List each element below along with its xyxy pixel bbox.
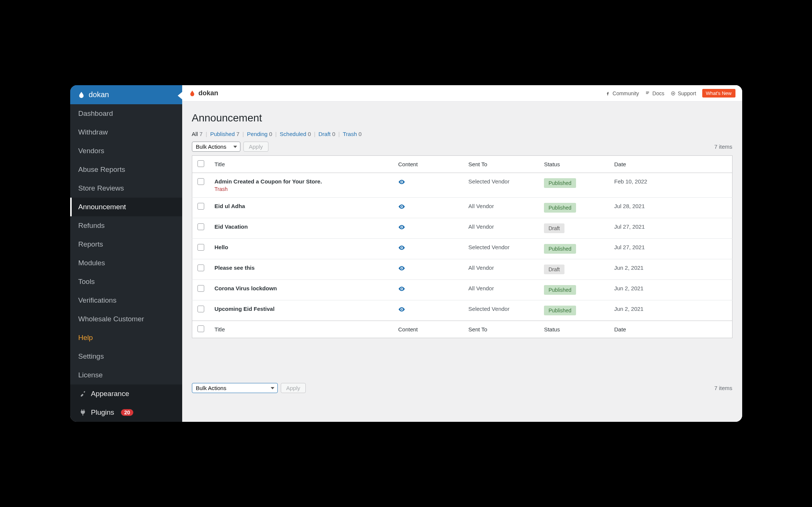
bulk-actions-select[interactable]: Bulk Actions [192,142,240,152]
row-title[interactable]: Corona Virus lockdown [215,285,277,291]
row-title[interactable]: Admin Created a Coupon for Your Store. [215,178,322,185]
row-title[interactable]: Eid Vacation [215,223,248,230]
filter-trash[interactable]: Trash 0 [343,131,361,137]
eye-icon[interactable] [398,244,405,251]
sidebar-item-vendors[interactable]: Vendors [70,142,182,160]
col-sent-to-footer: Sent To [463,321,539,338]
sidebar-item-help[interactable]: Help [70,328,182,347]
eye-icon[interactable] [398,285,405,293]
filter-pending[interactable]: Pending 0 [247,131,273,137]
sidebar-item-announcement[interactable]: Announcement [70,198,182,216]
row-checkbox[interactable] [197,265,204,271]
col-sent-to: Sent To [463,156,539,173]
eye-icon[interactable] [398,306,405,313]
sidebar-item-wholesale-customer[interactable]: Wholesale Customer [70,310,182,328]
row-date: Feb 10, 2022 [609,173,732,198]
sidebar-item-label: Store Reviews [78,184,124,192]
table-row: Admin Created a Coupon for Your Store.Tr… [192,173,732,198]
bulk-actions-select-bottom[interactable]: Bulk Actions [192,383,278,393]
sidebar-item-reports[interactable]: Reports [70,235,182,254]
select-all-checkbox-footer[interactable] [197,325,204,332]
sidebar-item-dashboard[interactable]: Dashboard [70,104,182,123]
sidebar-brand: dokan [70,85,182,104]
col-status-footer: Status [539,321,609,338]
row-checkbox[interactable] [197,285,204,292]
col-date-footer: Date [609,321,732,338]
table-row: Upcoming Eid FestivalSelected VendorPubl… [192,300,732,321]
sidebar-item-label: Vendors [78,147,105,155]
eye-icon[interactable] [398,265,405,272]
brand-text: dokan [89,90,109,99]
row-date: Jun 2, 2021 [609,259,732,280]
sidebar-item-withdraw[interactable]: Withdraw [70,123,182,142]
row-title[interactable]: Eid ul Adha [215,203,245,209]
whats-new-button[interactable]: What's New [702,89,735,98]
table-row: Please see thisAll VendorDraftJun 2, 202… [192,259,732,280]
sidebar-item-refunds[interactable]: Refunds [70,216,182,235]
sidebar-item-store-reviews[interactable]: Store Reviews [70,179,182,198]
sidebar-item-label: Announcement [78,203,126,211]
sidebar-item-tools[interactable]: Tools [70,272,182,291]
eye-icon[interactable] [398,178,405,186]
eye-icon[interactable] [398,203,405,210]
col-content: Content [393,156,463,173]
filter-all[interactable]: All 7 [192,131,203,137]
col-status: Status [539,156,609,173]
row-checkbox[interactable] [197,223,204,230]
row-checkbox[interactable] [197,178,204,185]
topbar-community[interactable]: Community [605,90,639,96]
select-all-checkbox[interactable] [197,160,204,167]
table-row: Eid ul AdhaAll VendorPublishedJul 28, 20… [192,198,732,218]
apply-button-bottom[interactable]: Apply [281,383,306,393]
plug-icon [78,408,87,417]
brand-icon [78,91,85,99]
col-title[interactable]: Title [209,156,393,173]
sidebar-pointer [178,92,182,99]
filter-draft[interactable]: Draft 0 [318,131,335,137]
sidebar-item-label: Refunds [78,222,105,230]
sidebar-item-modules[interactable]: Modules [70,254,182,272]
status-badge: Published [544,285,576,295]
sidebar-item-appearance[interactable]: Appearance [70,384,182,403]
plugins-badge: 20 [121,409,134,416]
row-title[interactable]: Upcoming Eid Festival [215,306,275,312]
sidebar-item-label: Wholesale Customer [78,315,144,323]
row-title[interactable]: Hello [215,244,228,250]
status-badge: Published [544,203,576,213]
filter-scheduled[interactable]: Scheduled 0 [280,131,311,137]
items-count-bottom: 7 items [714,385,732,391]
row-checkbox[interactable] [197,306,204,312]
col-date[interactable]: Date [609,156,732,173]
status-badge: Published [544,178,576,188]
col-content-footer: Content [393,321,463,338]
sidebar-item-label: Reports [78,240,103,248]
apply-button[interactable]: Apply [243,142,269,152]
trash-link[interactable]: Trash [215,186,228,192]
sidebar-item-license[interactable]: License [70,366,182,384]
row-checkbox[interactable] [197,203,204,210]
topbar-docs[interactable]: Docs [645,90,665,96]
sidebar-item-abuse-reports[interactable]: Abuse Reports [70,160,182,179]
sidebar-item-verifications[interactable]: Verifications [70,291,182,310]
row-sent-to: Selected Vendor [463,173,539,198]
sidebar-item-label: Tools [78,278,95,286]
eye-icon[interactable] [398,223,405,231]
topbar-logo: dokan [189,89,218,97]
topbar-support[interactable]: Support [671,90,696,96]
row-date: Jun 2, 2021 [609,300,732,321]
content: Announcement All 7 | Published 7 | Pendi… [182,102,742,408]
sidebar-item-plugins[interactable]: Plugins 20 [70,403,182,422]
row-checkbox[interactable] [197,244,204,251]
sidebar-item-settings[interactable]: Settings [70,347,182,366]
row-sent-to: All Vendor [463,218,539,239]
sidebar-item-label: Dashboard [78,109,113,118]
row-title[interactable]: Please see this [215,265,255,271]
table-row: Corona Virus lockdownAll VendorPublished… [192,280,732,300]
bulk-actions-bottom: Bulk Actions Apply 7 items [192,383,732,393]
sidebar-item-label: Withdraw [78,128,108,136]
announcements-table: Title Content Sent To Status Date Admin … [192,155,732,338]
facebook-icon [605,91,610,96]
topbar-brand-text: dokan [199,89,218,97]
filter-published[interactable]: Published 7 [210,131,239,137]
sidebar-item-label: License [78,371,103,379]
